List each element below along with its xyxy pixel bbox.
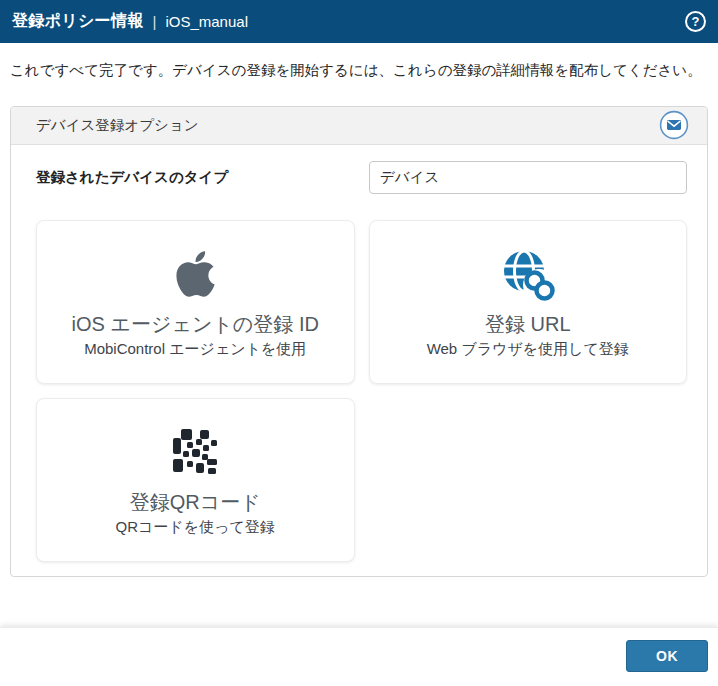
card-subtitle: MobiControl エージェントを使用 bbox=[84, 340, 306, 359]
card-subtitle: Web ブラウザを使用して登録 bbox=[427, 340, 629, 359]
enrollment-cards: iOS エージェントの登録 ID MobiControl エージェントを使用 bbox=[36, 220, 687, 562]
footer: OK bbox=[0, 627, 718, 686]
device-type-input[interactable] bbox=[369, 161, 687, 194]
device-type-row: 登録されたデバイスのタイプ bbox=[36, 145, 687, 194]
card-subtitle: QRコードを使って登録 bbox=[116, 518, 275, 537]
page-title: 登録ポリシー情報 bbox=[12, 11, 144, 32]
card-title: 登録 URL bbox=[485, 311, 571, 337]
title-separator: | bbox=[153, 13, 157, 30]
panel-title: デバイス登録オプション bbox=[36, 116, 199, 135]
globe-link-icon bbox=[499, 245, 557, 303]
intro-text: これですべて完了です。デバイスの登録を開始するには、これらの登録の詳細情報を配布… bbox=[0, 43, 718, 82]
card-title: 登録QRコード bbox=[130, 489, 261, 515]
device-type-label: 登録されたデバイスのタイプ bbox=[36, 168, 369, 187]
policy-name: iOS_manual bbox=[165, 13, 248, 30]
help-icon[interactable]: ? bbox=[685, 11, 706, 32]
card-ios-agent-enrollment[interactable]: iOS エージェントの登録 ID MobiControl エージェントを使用 bbox=[36, 220, 355, 384]
panel-body: 登録されたデバイスのタイプ iOS エージェントの登録 ID MobiContr… bbox=[11, 145, 707, 576]
envelope-icon[interactable] bbox=[659, 110, 689, 140]
apple-icon bbox=[174, 245, 217, 303]
device-enrollment-options-panel: デバイス登録オプション 登録されたデバイスのタイプ iOS エージェント bbox=[10, 106, 708, 577]
card-title: iOS エージェントの登録 ID bbox=[72, 311, 319, 337]
panel-header: デバイス登録オプション bbox=[11, 107, 707, 145]
titlebar: 登録ポリシー情報 | iOS_manual ? bbox=[0, 0, 718, 43]
ok-button[interactable]: OK bbox=[626, 640, 708, 672]
card-enrollment-qr-code[interactable]: 登録QRコード QRコードを使って登録 bbox=[36, 398, 355, 562]
card-enrollment-url[interactable]: 登録 URL Web ブラウザを使用して登録 bbox=[369, 220, 688, 384]
qr-code-icon bbox=[171, 423, 219, 481]
